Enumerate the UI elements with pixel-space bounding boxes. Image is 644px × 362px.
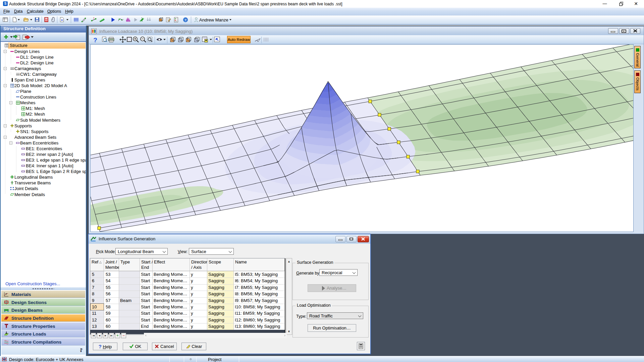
svg-text:?: ? — [184, 18, 186, 22]
svg-text:?: ? — [93, 37, 97, 44]
svg-text:σ: σ — [5, 293, 7, 295]
